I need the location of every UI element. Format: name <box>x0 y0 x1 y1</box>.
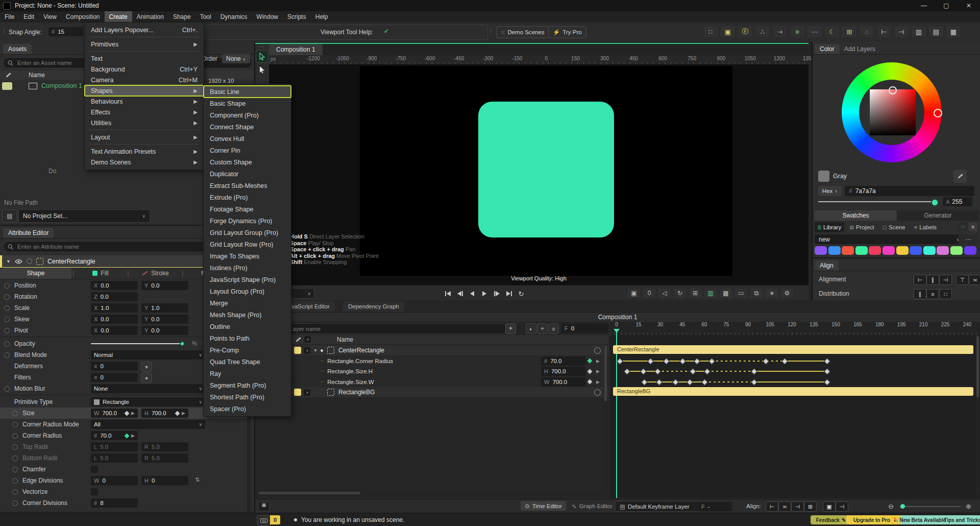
eyedropper-icon[interactable] <box>5 72 11 78</box>
cube-icon[interactable]: ▣ <box>721 26 735 37</box>
create-menu-item-effects[interactable]: Effects▶ <box>85 107 204 117</box>
time-editor-button[interactable]: ⊙Time Editor <box>521 501 566 511</box>
timeline-tracks-area[interactable]: 0153045607590105120135150165180195210225… <box>610 322 980 498</box>
value-field-r[interactable]: R5.0 <box>141 442 188 451</box>
menubar-item-animation[interactable]: Animation <box>132 11 168 22</box>
color-swatch-8[interactable] <box>910 246 922 255</box>
keyframe-track[interactable] <box>610 367 980 375</box>
project-set-dropdown[interactable]: No Project Set... ∨ <box>18 209 150 223</box>
footer-frame-field[interactable]: F- <box>698 502 732 511</box>
timeline-bar-centerrectangle[interactable]: CenterRectangle <box>613 345 973 354</box>
lasso-icon[interactable]: ◌ <box>860 26 874 37</box>
menubar-item-dynamics[interactable]: Dynamics <box>216 11 252 22</box>
keyframe-toggle-icon[interactable] <box>12 433 18 439</box>
value-field-w[interactable]: W0 <box>91 476 138 485</box>
value-field-y[interactable]: Y0.0 <box>141 281 188 290</box>
frame-count-badge[interactable]: 0 <box>643 289 655 298</box>
keyframe-menu-icon[interactable]: ▶ <box>131 411 135 416</box>
keyframe-diamond-icon[interactable] <box>587 358 593 364</box>
keyframe-toggle-icon[interactable] <box>12 478 18 484</box>
shapes-submenu-item-component-pro-[interactable]: Component (Pro) <box>204 109 291 121</box>
asset-color-swatch[interactable] <box>2 82 12 90</box>
shapes-submenu-item-pre-comp[interactable]: Pre-Comp <box>204 344 291 356</box>
sv-handle[interactable] <box>889 86 897 94</box>
color-swatch-12[interactable] <box>964 246 976 255</box>
scatter-icon[interactable]: ∴ <box>755 26 770 37</box>
menubar-item-composition[interactable]: Composition <box>61 11 105 22</box>
shapes-submenu-item-basic-shape[interactable]: Basic Shape <box>204 98 291 109</box>
keyframe-diamond-icon[interactable] <box>587 379 593 385</box>
motion-path-icon[interactable]: ⇢ <box>773 26 787 37</box>
pivot-target-icon[interactable]: ⌖ <box>537 323 548 334</box>
opacity-slider-track[interactable] <box>91 343 183 344</box>
keyframe-toggle-icon[interactable] <box>12 467 18 472</box>
tab-add-layers[interactable]: Add Layers <box>839 44 880 54</box>
keyframe-diamond[interactable] <box>679 358 686 365</box>
filter-settings-icon[interactable]: ≡ <box>548 323 559 334</box>
keyframe-diamond[interactable] <box>672 379 679 386</box>
current-color-swatch[interactable] <box>818 171 829 182</box>
keyframe-diamond[interactable] <box>624 368 630 375</box>
layer-filter-input[interactable] <box>261 323 507 334</box>
tips-and-tricks-button[interactable]: Tips and Tricks💡 <box>948 515 980 524</box>
tl-align-center-button[interactable]: ≍ <box>778 501 791 512</box>
upgrade-to-pro-button[interactable]: Upgrade to Pro🎉 <box>846 515 905 524</box>
tab-dependency-graph[interactable]: Dependency Graph <box>343 301 404 312</box>
align-right-button[interactable]: ⊣ <box>939 275 952 285</box>
keyframe-toggle-icon[interactable] <box>4 328 10 333</box>
alpha-slider-knob[interactable] <box>931 199 939 206</box>
keyframe-diamond[interactable] <box>824 379 830 386</box>
parent-circle-icon[interactable] <box>594 347 601 354</box>
onion-skin-icon[interactable]: ◐ <box>526 323 536 334</box>
tab-color[interactable]: Color <box>815 44 840 54</box>
keyframe-diamond[interactable] <box>824 368 830 375</box>
alpha-slider-track[interactable] <box>818 201 935 202</box>
keyframe-diamond[interactable] <box>654 368 661 375</box>
menubar-item-edit[interactable]: Edit <box>19 11 39 22</box>
project-set-icon[interactable]: ▤ <box>2 209 17 223</box>
keyframe-toggle-icon[interactable] <box>12 489 18 495</box>
distribute-h-button[interactable]: ∥ <box>914 289 926 299</box>
keyframe-toggle-icon[interactable] <box>4 341 10 347</box>
shapes-submenu-item-grid-layout-row-pro-[interactable]: Grid Layout Row (Pro) <box>204 238 291 250</box>
color-swatch-6[interactable] <box>883 246 895 255</box>
keyframe-track[interactable] <box>610 377 980 386</box>
keyframe-layer-dropdown[interactable]: ▤Default Keyframe Layer <box>615 501 701 512</box>
keyframe-diamond[interactable] <box>751 368 757 375</box>
value-field-z[interactable]: Z0.0 <box>91 292 138 301</box>
go-to-start-button[interactable] <box>442 290 453 298</box>
alpha-value-field[interactable]: A 255 <box>943 197 972 206</box>
menubar-item-file[interactable]: File <box>0 11 19 22</box>
names-horizontal-scrollbar[interactable] <box>257 491 602 495</box>
lib-tab-labels[interactable]: ⊲Labels <box>911 222 940 232</box>
timeline-ruler[interactable]: 0153045607590105120135150165180195210225… <box>610 322 980 335</box>
tab-assets[interactable]: Assets <box>3 44 32 54</box>
tracks-vertical-scrollbar[interactable] <box>976 335 979 495</box>
shapes-submenu-item-custom-shape[interactable]: Custom Shape <box>204 156 291 168</box>
parent-circle-icon[interactable] <box>594 389 601 396</box>
transparency-icon[interactable]: ▩ <box>720 289 732 298</box>
keyboard-icon[interactable] <box>257 515 271 525</box>
menubar-item-scripts[interactable]: Scripts <box>283 11 311 22</box>
value-field-y[interactable]: Y1.0 <box>141 303 188 313</box>
audio-icon[interactable]: ◁ <box>658 289 671 298</box>
solo-circle-icon[interactable] <box>27 258 32 264</box>
refresh-icon[interactable]: ↻ <box>674 289 686 298</box>
color-swatch-7[interactable] <box>896 246 909 255</box>
create-menu-item-camera[interactable]: CameraCtrl+M <box>85 75 204 85</box>
count-field[interactable]: ≡0 <box>91 362 138 371</box>
layer-color-swatch[interactable] <box>294 347 301 354</box>
create-menu-item-shapes[interactable]: Shapes▶ <box>85 85 204 96</box>
create-menu-item-background[interactable]: BackgroundCtrl+Y <box>85 64 204 75</box>
shapes-submenu-item-quad-tree-shape[interactable]: Quad Tree Shape <box>204 356 291 368</box>
color-swatch-5[interactable] <box>869 246 881 255</box>
dropdown-primitive-type[interactable]: Rectangle∨ <box>91 397 205 407</box>
value-field-l[interactable]: L5.0 <box>91 442 138 451</box>
timeline-zoom-slider[interactable] <box>899 506 961 507</box>
keyframe-diamond[interactable] <box>647 358 654 365</box>
toolbar-drag-handle[interactable]: ⁞ <box>3 28 5 35</box>
create-menu-item-text[interactable]: Text <box>85 53 204 64</box>
monitor-icon[interactable]: ▭ <box>735 289 747 298</box>
tl-snap-button[interactable]: ▣ <box>823 501 836 512</box>
add-deformers-button[interactable]: + <box>141 362 152 372</box>
